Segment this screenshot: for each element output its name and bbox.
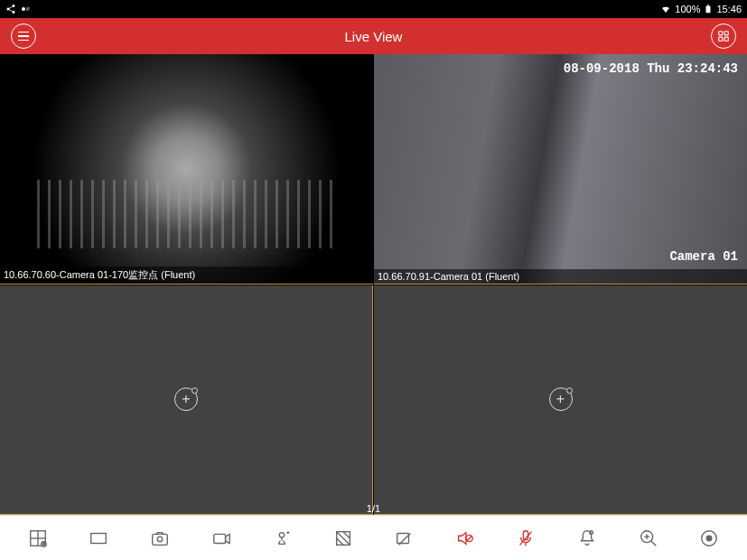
battery-icon	[704, 3, 713, 15]
camera-label-1: 10.66.70.60-Camera 01-170监控点 (Fluent)	[0, 266, 373, 284]
stop-button[interactable]	[389, 524, 418, 553]
camera-feed-1	[0, 54, 373, 284]
bell-icon	[577, 528, 597, 548]
camera-icon	[150, 528, 170, 548]
svg-rect-5	[719, 37, 723, 41]
add-camera-icon[interactable]: +	[174, 387, 198, 411]
svg-point-0	[22, 7, 25, 11]
ptz-icon	[272, 528, 292, 548]
stop-icon	[394, 528, 414, 548]
svg-rect-2	[707, 5, 710, 5]
page-indicator: 1/1	[363, 502, 384, 515]
mic-mute-icon	[516, 528, 536, 548]
empty-tile-4[interactable]: +	[374, 285, 747, 516]
svg-rect-13	[153, 534, 168, 545]
record-button[interactable]	[207, 524, 236, 553]
svg-line-29	[650, 540, 656, 546]
target-icon	[699, 528, 719, 548]
hamburger-icon	[18, 32, 29, 42]
zoom-in-icon	[639, 528, 658, 548]
svg-point-33	[706, 536, 712, 541]
wifi-icon	[660, 4, 671, 14]
svg-line-18	[336, 531, 350, 545]
quality-button[interactable]	[329, 524, 358, 553]
layout-icon	[717, 30, 730, 42]
weather-icon	[20, 4, 31, 14]
zoom-button[interactable]	[634, 524, 663, 553]
alarm-button[interactable]	[573, 524, 602, 553]
menu-button[interactable]	[11, 23, 36, 49]
svg-rect-6	[724, 37, 728, 41]
layout-button[interactable]	[711, 23, 736, 49]
add-camera-icon[interactable]: +	[549, 387, 573, 411]
page-title: Live View	[0, 29, 747, 44]
video-icon	[211, 528, 231, 548]
svg-point-14	[157, 537, 163, 542]
svg-rect-15	[213, 534, 225, 543]
empty-feed-3: +	[0, 285, 372, 515]
camera-2-name-overlay: Camera 01	[669, 249, 738, 264]
bottom-toolbar: 4	[0, 515, 747, 560]
svg-line-24	[467, 536, 472, 541]
camera-tile-2[interactable]: 08-09-2018 Thu 23:24:43 Camera 01 10.66.…	[374, 54, 747, 285]
camera-feed-2: 08-09-2018 Thu 23:24:43 Camera 01	[374, 54, 747, 284]
empty-feed-4: +	[374, 285, 747, 515]
grid-layout-button[interactable]: 4	[23, 524, 52, 553]
camera-tile-1[interactable]: 10.66.70.60-Camera 01-170监控点 (Fluent)	[0, 54, 373, 285]
svg-line-19	[336, 538, 342, 545]
svg-rect-3	[719, 32, 723, 35]
fisheye-button[interactable]	[695, 524, 724, 553]
svg-point-27	[590, 530, 593, 534]
svg-point-16	[279, 532, 285, 537]
status-left	[5, 4, 31, 14]
camera-grid: 10.66.70.60-Camera 01-170监控点 (Fluent) 08…	[0, 54, 747, 515]
rectangle-icon	[89, 528, 108, 548]
app-header: Live View	[0, 18, 747, 54]
mute-button[interactable]	[451, 524, 480, 553]
svg-rect-4	[724, 32, 728, 35]
camera-label-2: 10.66.70.91-Camera 01 (Fluent)	[374, 269, 747, 284]
svg-rect-12	[91, 533, 107, 543]
battery-percentage: 100%	[675, 4, 700, 14]
speaker-mute-icon	[455, 528, 475, 548]
fullscreen-button[interactable]	[84, 524, 113, 553]
svg-rect-1	[706, 6, 711, 14]
clock-time: 15:46	[716, 4, 742, 14]
android-status-bar: 100% 15:46	[0, 0, 747, 18]
grid-icon: 4	[28, 528, 48, 548]
svg-rect-21	[397, 533, 409, 543]
snapshot-button[interactable]	[145, 524, 174, 553]
empty-tile-3[interactable]: +	[0, 285, 373, 516]
mic-mute-button[interactable]	[511, 524, 540, 553]
quality-icon	[333, 528, 353, 548]
share-icon	[5, 4, 16, 14]
ptz-button[interactable]	[267, 524, 296, 553]
status-right: 100% 15:46	[660, 3, 742, 15]
svg-line-20	[343, 531, 350, 537]
camera-2-timestamp: 08-09-2018 Thu 23:24:43	[564, 61, 738, 76]
